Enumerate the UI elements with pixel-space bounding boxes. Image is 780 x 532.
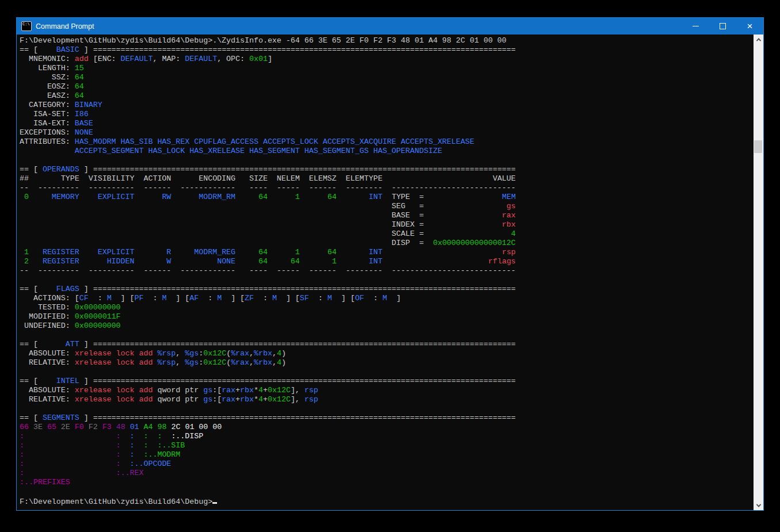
terminal-line	[20, 368, 754, 377]
close-button[interactable]: ×	[736, 18, 763, 35]
terminal-text-segment: 0x0000011F	[75, 312, 121, 321]
close-icon: ×	[747, 21, 753, 31]
terminal-text-segment: OPERANDS	[43, 165, 79, 174]
terminal-text-segment: ]	[79, 414, 93, 422]
terminal-text-segment: BINARY	[75, 101, 102, 109]
terminal-text-segment: :	[135, 432, 149, 441]
terminal-text-segment: EXPLICIT	[79, 248, 135, 257]
terminal-text-segment: 15	[75, 64, 84, 72]
terminal-text-segment: rax	[222, 395, 235, 404]
terminal-text-segment: R	[135, 248, 172, 257]
terminal-text-segment	[24, 450, 116, 459]
terminal-text-segment: DEFAULT	[185, 55, 217, 63]
terminal-text-segment: 64	[300, 248, 337, 257]
terminal-text-segment: ,	[249, 358, 254, 367]
terminal-text-segment: :	[116, 450, 121, 459]
terminal-line: UNDEFINED: 0x00000000	[20, 322, 754, 331]
terminal-line: LENGTH: 15	[20, 64, 754, 73]
terminal-text-segment: M	[107, 294, 112, 303]
terminal-line: == [ OPERANDS ] ========================…	[20, 165, 754, 174]
terminal-text-segment: INT	[337, 193, 383, 201]
terminal-text-segment: *	[254, 386, 258, 395]
title-bar[interactable]: C:\ Command Prompt ×	[17, 18, 763, 35]
scrollbar-thumb[interactable]	[754, 140, 762, 153]
terminal-text-segment: ## TYPE VISIBILITY ACTION ENCODING SIZE …	[20, 174, 382, 183]
terminal-line: -- --------- ---------- ------ ---------…	[20, 266, 754, 275]
terminal-line: ISA-SET: I86	[20, 110, 754, 119]
terminal-text-segment: BASIC	[43, 45, 79, 54]
terminal-text-segment: NONE	[75, 128, 93, 137]
terminal-text-segment: 1	[268, 248, 300, 257]
terminal-line: EOSZ: 64	[20, 82, 754, 91]
terminal-text-segment: MNEMONIC:	[20, 55, 75, 63]
terminal-text-segment: 0x000000000000012C	[433, 239, 516, 247]
terminal-screen[interactable]: F:\Development\GitHub\zydis\Build64\Debu…	[17, 35, 754, 510]
terminal-text-segment: :..DISP	[162, 432, 203, 441]
terminal-text-segment: )	[281, 358, 286, 367]
terminal-text-segment: ========================================…	[93, 45, 516, 54]
terminal-line: ISA-EXT: BASE	[20, 119, 754, 128]
minimize-button[interactable]	[682, 18, 709, 35]
terminal-text-segment: :	[143, 294, 162, 303]
terminal-text-segment: F:\Development\GitHub\zydis\Build64\Debu…	[20, 36, 507, 45]
terminal-text-segment: 0x01	[249, 55, 268, 63]
scroll-down-button[interactable]	[754, 500, 763, 510]
terminal-line: MODIFIED: 0x0000011F	[20, 312, 754, 322]
terminal-text-segment: ] [	[166, 294, 189, 303]
cmd-icon: C:\	[21, 21, 32, 31]
terminal-text-segment: -- --------- ---------- ------ ---------…	[20, 266, 391, 275]
terminal-text-segment	[424, 220, 502, 229]
terminal-text-segment: ,	[249, 349, 254, 358]
terminal-text-segment: [ENC:	[89, 55, 121, 63]
scroll-up-button[interactable]	[754, 35, 763, 44]
terminal-text-segment: W	[135, 257, 172, 266]
terminal-text-segment: ]	[268, 55, 272, 63]
terminal-text-segment: ]	[79, 165, 93, 174]
terminal-text-segment: ]	[79, 377, 93, 385]
terminal-text-segment: ,	[272, 349, 277, 358]
terminal-text-segment: F0	[75, 423, 89, 431]
terminal-text-segment: F2	[89, 423, 102, 431]
terminal-text-segment	[24, 469, 116, 477]
terminal-line: :..PREFIXES	[20, 478, 754, 487]
terminal-line: == [ ATT ] =============================…	[20, 340, 754, 349]
terminal-line: ABSOLUTE: xrelease lock add %rsp, %gs:0x…	[20, 349, 754, 358]
terminal-text-segment: rbx	[502, 220, 516, 229]
terminal-text-segment: == [	[20, 165, 43, 174]
terminal-text-segment: *	[254, 395, 258, 404]
terminal-text-segment: ISA-EXT:	[20, 119, 75, 128]
terminal-line: ## TYPE VISIBILITY ACTION ENCODING SIZE …	[20, 174, 754, 183]
terminal-text-segment: (	[226, 349, 231, 358]
chevron-down-icon	[756, 502, 760, 507]
terminal-text-segment: :	[20, 432, 24, 441]
maximize-button[interactable]	[709, 18, 736, 35]
terminal-text-segment: 64	[235, 193, 268, 201]
terminal-text-segment: %rbx	[254, 349, 272, 358]
terminal-line: INDEX = rbx	[20, 220, 754, 229]
terminal-text-segment: DEFAULT	[121, 55, 153, 63]
terminal-line	[20, 487, 754, 496]
terminal-line: : : : : : :..DISP	[20, 432, 754, 441]
terminal-text-segment: A4	[144, 423, 158, 431]
terminal-line: MNEMONIC: add [ENC: DEFAULT, MAP: DEFAUL…	[20, 55, 754, 64]
terminal-text-segment: 64	[235, 248, 268, 257]
terminal-text-segment: :..OPCODE	[121, 460, 172, 468]
terminal-text-segment: :	[20, 450, 24, 459]
vertical-scrollbar[interactable]	[754, 35, 763, 510]
terminal-text-segment	[382, 174, 493, 183]
terminal-text-segment: SSZ:	[20, 73, 75, 82]
terminal-text-segment: HAS_MODRM HAS_SIB HAS_REX CPUFLAG_ACCESS…	[75, 137, 474, 146]
terminal-line: 1 REGISTER EXPLICIT R MODRM_REG 64 1 64 …	[20, 248, 754, 257]
terminal-text-segment: gs	[203, 395, 212, 404]
terminal-text-segment: ========================================…	[93, 165, 516, 174]
terminal-text-segment: ] [	[222, 294, 245, 303]
terminal-text-segment: SEGMENTS	[43, 414, 79, 422]
terminal-text-segment: +	[263, 386, 268, 395]
terminal-text-segment: INT	[337, 248, 383, 257]
terminal-text-segment: RELATIVE:	[20, 358, 75, 367]
terminal-text-segment: :	[121, 432, 135, 441]
terminal-text-segment	[424, 202, 507, 210]
terminal-text-segment: ,	[176, 358, 185, 367]
terminal-text-segment: SF	[300, 294, 309, 303]
terminal-text-segment: xrelease lock add	[75, 395, 158, 404]
